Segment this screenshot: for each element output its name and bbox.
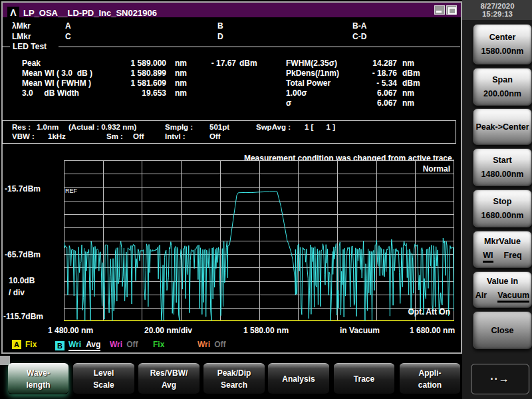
title-bar: Λ LP_OSA__LD-PD_Inc_SN021906 (3, 3, 461, 17)
trace-mode-label: Normal (423, 164, 450, 174)
analysis-unit: nm (175, 59, 187, 68)
analysis-value: 6.067 (338, 89, 397, 98)
trace-a-badge: A (12, 340, 21, 349)
active-trace-underline: Wri Avg (68, 340, 100, 351)
res-label: Res : (12, 123, 31, 132)
menu-button-res-vbw-avg[interactable]: Res/VBW/ Avg (138, 363, 200, 394)
trace-b-state: Avg (86, 340, 100, 349)
x-axis-center-label: 1 580.00 nm (243, 327, 289, 335)
menu-label: Trace (354, 374, 374, 384)
toggle-option-wl[interactable]: WI (483, 251, 493, 263)
menu-label: Search (221, 380, 247, 390)
analysis-value: 1 581.609 (108, 79, 166, 88)
menu-label: Scale (93, 380, 114, 390)
softkey-value-in[interactable]: Value in Air Vacuum (473, 271, 532, 308)
menu-label: Analysis (282, 374, 315, 384)
trace-c-state: Off (126, 340, 138, 349)
menu-button-peak-dip-search[interactable]: Peak/Dip Search (203, 363, 265, 394)
marker-d-label: D (217, 33, 223, 41)
softkey-label: MkrValue (484, 237, 521, 246)
softkey-value: 200.00nm (483, 89, 521, 98)
smoothing-value: Off (133, 132, 144, 141)
window-title: LP_OSA__LD-PD_Inc_SN021906 (23, 8, 157, 18)
sampling-label: Smplg : (165, 123, 193, 132)
menu-button-analysis[interactable]: Analysis (268, 363, 329, 394)
spectrum-trace-canvas (64, 160, 454, 321)
smoothing-label: Sm : (106, 132, 123, 141)
menu-button-trace[interactable]: Trace (334, 363, 394, 394)
analysis-label: 3.0 dB Width (22, 89, 79, 98)
softkey-stop[interactable]: Stop 1680.00nm (473, 190, 532, 227)
trace-a-state: Fix (25, 340, 37, 349)
analysis-unit: nm (175, 69, 187, 78)
trace-e-state: Off (214, 340, 225, 349)
section-rule-right (59, 47, 460, 47)
softkey-start[interactable]: Start 1480.00nm (473, 148, 532, 186)
vbw-value: 1kHz (48, 132, 66, 141)
analysis-value: 1 580.899 (108, 69, 166, 78)
trace-e-state: Wri (198, 340, 210, 349)
marker-b-label: B (217, 22, 223, 31)
menu-button-level-scale[interactable]: Level Scale (73, 363, 134, 394)
softkey-label: Close (491, 326, 513, 335)
softkey-label: Start (493, 156, 511, 165)
softkey-label: Center (489, 33, 516, 42)
trace-a-legend: A Fix (12, 340, 37, 349)
value-in-toggle: Air Vacuum (475, 291, 529, 303)
softkey-value: 1580.00nm (481, 47, 524, 56)
minimize-button[interactable] (434, 5, 445, 15)
marker-c-d-label: C-D (352, 33, 366, 41)
level-marker-label: LMkr (12, 33, 31, 41)
toggle-option-air[interactable]: Air (475, 291, 487, 303)
menu-button-application[interactable]: Appli- cation (400, 363, 460, 394)
analysis-value: 14.287 (338, 59, 397, 68)
x-axis-scale-label: 20.00 nm/div (144, 327, 192, 335)
softkey-center[interactable]: Center 1580.00nm (473, 24, 532, 65)
maximize-icon (448, 7, 456, 15)
analysis-label: Mean WI ( 3.0 dB ) (22, 69, 92, 78)
analysis-label: Total Power (286, 79, 331, 88)
analysis-label: FWHM(2.35σ) (286, 59, 337, 68)
marker-b-a-label: B-A (352, 22, 366, 31)
x-axis-start-label: 1 480.00 nm (48, 327, 93, 335)
section-rule-left (2, 47, 10, 47)
menu-more-arrow-button[interactable]: ··→ (471, 364, 529, 394)
y-axis-bottom-label: -115.7dBm (3, 313, 43, 321)
softkey-close[interactable]: Close (473, 311, 532, 349)
sweep-avg-label: SwpAvg : (256, 123, 291, 132)
softkey-label: Stop (493, 197, 512, 206)
analysis-unit: dBm (239, 59, 257, 68)
analysis-label: Mean WI ( FWHM ) (22, 79, 91, 88)
analysis-unit: nm (402, 99, 414, 108)
menu-label: Level (94, 368, 114, 378)
softkey-value: 1680.00nm (481, 211, 524, 220)
led-test-section-title: LED Test (13, 43, 47, 51)
menu-label: Avg (162, 380, 176, 390)
analysis-unit: nm (402, 89, 414, 98)
maximize-button[interactable] (446, 5, 457, 15)
softkey-peak-to-center[interactable]: Peak->Center (473, 108, 532, 145)
softkey-marker-value[interactable]: MkrValue WI Freq (473, 231, 532, 268)
analysis-unit: dBm (402, 79, 420, 88)
y-axis-scale-label: / div (9, 289, 25, 297)
menu-label: length (27, 380, 51, 390)
x-axis-medium-label: in Vacuum (340, 327, 380, 335)
menu-label: Appli- (419, 368, 442, 378)
analysis-label: 1.00σ (286, 89, 307, 98)
res-value: 1.0nm (37, 123, 59, 132)
marker-a-label: A (65, 22, 71, 31)
softkey-span[interactable]: Span 200.00nm (473, 68, 532, 106)
trace-c-state: Wri (110, 340, 122, 349)
spectrum-plot: REF Normal Opt. Att On (64, 160, 454, 321)
analysis-value: 6.067 (338, 99, 397, 108)
marker-c-label: C (65, 33, 71, 41)
osa-screen: Λ LP_OSA__LD-PD_Inc_SN021906 λMkr A B B-… (0, 0, 532, 399)
sweep-avg-value: 1 [ 1 ] (305, 123, 335, 132)
toggle-option-freq[interactable]: Freq (504, 251, 522, 263)
x-axis-stop-label: 1 680.00 nm (410, 327, 455, 335)
menu-button-wavelength[interactable]: Wave- length (8, 363, 68, 394)
y-axis-mid-label: -65.7dBm (5, 251, 41, 259)
toggle-option-vacuum[interactable]: Vacuum (497, 291, 529, 303)
optical-attenuator-status: Opt. Att On (408, 307, 450, 317)
analysis-unit: dBm (402, 69, 420, 78)
